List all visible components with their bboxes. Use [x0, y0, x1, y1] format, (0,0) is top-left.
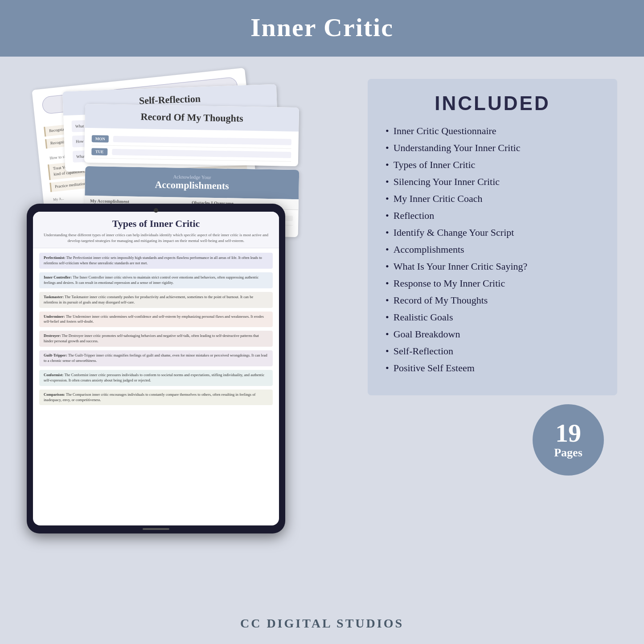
- underminer-desc: The Underminer inner critic undermines s…: [44, 314, 264, 324]
- tablet-device: Types of Inner Critic Understanding thes…: [27, 204, 285, 533]
- conformist-label: Conformist:: [44, 373, 63, 377]
- conformist-desc: The Conformist inner critic pressures in…: [44, 373, 264, 382]
- included-box: INCLUDED Inner Critic Questionnaire Unde…: [368, 79, 617, 395]
- thoughts-body: MON TUE: [84, 128, 299, 166]
- tablet-title: Types of Inner Critic: [41, 218, 271, 230]
- list-item-12: Realistic Goals: [386, 312, 599, 323]
- critic-underminer: Underminer: The Underminer inner critic …: [39, 312, 273, 328]
- taskmaster-desc: The Taskmaster inner critic constantly p…: [44, 295, 253, 304]
- list-item-14: Self-Reflection: [386, 345, 599, 357]
- list-item-6: Reflection: [386, 210, 599, 222]
- list-item-4: Silencing Your Inner Critic: [386, 176, 599, 188]
- guilt-desc: The Guilt-Tripper inner critic magnifies…: [44, 353, 267, 363]
- right-panel: INCLUDED Inner Critic Questionnaire Unde…: [368, 79, 617, 625]
- footer-brand: CC DIGITAL STUDIOS: [0, 616, 644, 631]
- pages-label: Pages: [554, 446, 582, 459]
- tablet-home-bar: [143, 528, 169, 530]
- day-tue: TUE: [91, 148, 107, 156]
- acc-header: Acknowledge Your Accomplishments: [85, 166, 299, 199]
- controller-label: Inner Controller:: [44, 275, 72, 279]
- page-title: Inner Critic: [0, 12, 644, 42]
- included-list: Inner Critic Questionnaire Understanding…: [386, 125, 599, 374]
- tablet-camera: [154, 208, 158, 213]
- critic-perfectionist: Perfectionist: The Perfectionist inner c…: [39, 253, 273, 269]
- list-item-9: What Is Your Inner Critic Saying?: [386, 261, 599, 272]
- header: Inner Critic: [0, 0, 644, 57]
- critic-destroyer: Destroyer: The Destroyer inner critic pr…: [39, 331, 273, 347]
- list-item-8: Accomplishments: [386, 244, 599, 255]
- left-panel: Silencing Your Inner Critic Recognize wh…: [27, 79, 350, 625]
- taskmaster-label: Taskmaster:: [44, 295, 64, 299]
- critic-controller: Inner Controller: The Inner Controller i…: [39, 272, 273, 288]
- tablet-screen-header: Types of Inner Critic Understanding thes…: [33, 212, 279, 248]
- thoughts-header: Record Of My Thoughts: [85, 104, 299, 131]
- list-item-3: Types of Inner Critic: [386, 159, 599, 171]
- pages-badge: 19 Pages: [533, 404, 604, 476]
- list-item-7: Identify & Change Your Script: [386, 227, 599, 238]
- tablet-screen: Types of Inner Critic Understanding thes…: [33, 212, 279, 525]
- list-item-1: Inner Critic Questionnaire: [386, 125, 599, 137]
- comparison-desc: The Comparison inner critic encourages i…: [44, 392, 255, 402]
- list-item-11: Record of My Thoughts: [386, 295, 599, 306]
- critic-conformist: Conformist: The Conformist inner critic …: [39, 370, 273, 386]
- critic-guilt: Guilt-Tripper: The Guilt-Tripper inner c…: [39, 350, 273, 366]
- main-content: Silencing Your Inner Critic Recognize wh…: [0, 57, 644, 643]
- perfectionist-desc: The Perfectionist inner critic sets impo…: [44, 255, 262, 265]
- page-thoughts: Record Of My Thoughts MON TUE: [84, 104, 299, 166]
- critic-comparison: Comparison: The Comparison inner critic …: [39, 390, 273, 406]
- critic-taskmaster: Taskmaster: The Taskmaster inner critic …: [39, 292, 273, 308]
- comparison-label: Comparison:: [44, 392, 65, 397]
- controller-desc: The Inner Controller inner critic strive…: [44, 275, 258, 285]
- underminer-label: Underminer:: [44, 314, 65, 319]
- pages-number: 19: [555, 420, 581, 446]
- list-item-5: My Inner Critic Coach: [386, 193, 599, 205]
- perfectionist-label: Perfectionist:: [44, 255, 66, 260]
- tablet-intro: Understanding these different types of i…: [41, 232, 271, 243]
- included-title: INCLUDED: [386, 92, 599, 115]
- destroyer-desc: The Destroyer inner critic promotes self…: [44, 333, 259, 343]
- list-item-15: Positive Self Esteem: [386, 362, 599, 374]
- tablet-content: Perfectionist: The Perfectionist inner c…: [33, 248, 279, 413]
- list-item-10: Response to My Inner Critic: [386, 278, 599, 289]
- list-item-13: Goal Breakdown: [386, 328, 599, 340]
- guilt-label: Guilt-Tripper:: [44, 353, 67, 357]
- day-mon: MON: [92, 135, 109, 143]
- list-item-2: Understanding Your Inner Critic: [386, 142, 599, 154]
- destroyer-label: Destroyer:: [44, 333, 61, 338]
